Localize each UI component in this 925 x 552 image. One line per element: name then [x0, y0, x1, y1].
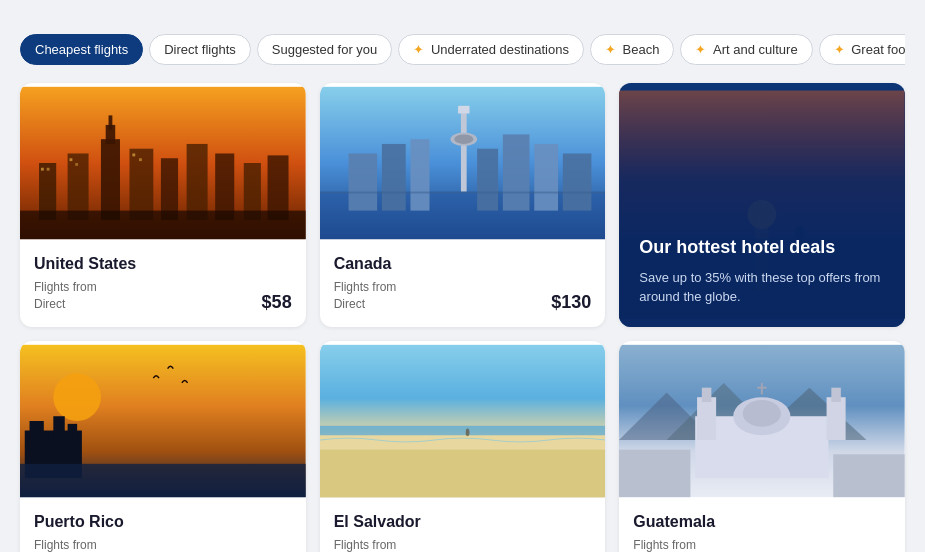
svg-rect-30 — [534, 144, 558, 211]
svg-rect-12 — [20, 211, 306, 240]
svg-rect-67 — [757, 386, 767, 388]
svg-rect-47 — [53, 416, 64, 440]
tab-underrated[interactable]: ✦ Underrated destinations — [398, 34, 584, 65]
svg-rect-21 — [461, 106, 467, 192]
svg-rect-26 — [382, 144, 406, 211]
svg-rect-46 — [30, 421, 44, 440]
hotel-subtitle: Save up to 35% with these top offers fro… — [639, 268, 885, 307]
tab-greatfood[interactable]: ✦ Great food — [819, 34, 905, 65]
svg-rect-65 — [832, 387, 842, 401]
svg-rect-31 — [562, 153, 591, 210]
svg-point-54 — [465, 428, 469, 436]
destination-grid: United States Flights from Direct $58 — [20, 83, 905, 552]
tab-suggested[interactable]: Suggested for you — [257, 34, 393, 65]
tab-direct[interactable]: Direct flights — [149, 34, 251, 65]
svg-rect-9 — [215, 153, 234, 220]
svg-point-44 — [53, 373, 101, 421]
card-title-elsalvador: El Salvador — [334, 513, 592, 531]
svg-point-61 — [743, 400, 781, 427]
svg-rect-18 — [139, 158, 142, 161]
hotel-title: Our hottest hotel deals — [639, 236, 885, 259]
svg-rect-29 — [502, 134, 529, 210]
svg-rect-22 — [458, 106, 469, 114]
card-price-us: $58 — [262, 292, 292, 313]
card-from-canada: Flights from Direct — [334, 279, 397, 313]
svg-rect-27 — [410, 139, 429, 210]
card-price-canada: $130 — [551, 292, 591, 313]
card-title-canada: Canada — [334, 255, 592, 273]
destination-card-elsalvador[interactable]: El Salvador Flights from Direct $166 — [320, 341, 606, 552]
svg-rect-63 — [702, 387, 712, 401]
card-from-us: Flights from Direct — [34, 279, 97, 313]
svg-rect-49 — [20, 463, 306, 496]
filter-tabs: Cheapest flightsDirect flightsSuggested … — [20, 34, 905, 65]
svg-rect-32 — [320, 192, 606, 194]
destination-card-us[interactable]: United States Flights from Direct $58 — [20, 83, 306, 327]
hotel-deals-card[interactable]: Our hottest hotel deals Save up to 35% w… — [619, 83, 905, 327]
tab-artculture[interactable]: ✦ Art and culture — [680, 34, 812, 65]
svg-rect-62 — [697, 397, 716, 440]
card-from-guatemala: Flights from 1+ stops — [633, 537, 696, 552]
tab-beach[interactable]: ✦ Beach — [590, 34, 675, 65]
card-title-puertorico: Puerto Rico — [34, 513, 292, 531]
svg-rect-28 — [477, 149, 498, 211]
svg-rect-68 — [619, 449, 690, 497]
svg-rect-11 — [268, 155, 289, 220]
card-from-puertorico: Flights from Direct — [34, 537, 97, 552]
svg-rect-5 — [109, 115, 113, 129]
svg-rect-25 — [348, 153, 377, 210]
svg-rect-3 — [101, 139, 120, 220]
card-title-guatemala: Guatemala — [633, 513, 891, 531]
destination-card-canada[interactable]: Canada Flights from Direct $130 — [320, 83, 606, 327]
destination-card-guatemala[interactable]: Guatemala Flights from 1+ stops $179 — [619, 341, 905, 552]
svg-rect-13 — [41, 168, 44, 171]
svg-rect-17 — [132, 153, 135, 156]
destination-card-puertorico[interactable]: Puerto Rico Flights from Direct $165 — [20, 341, 306, 552]
svg-rect-48 — [68, 423, 78, 439]
svg-rect-16 — [75, 163, 78, 166]
tab-cheapest[interactable]: Cheapest flights — [20, 34, 143, 65]
svg-rect-14 — [47, 168, 50, 171]
svg-point-24 — [454, 134, 473, 144]
svg-rect-69 — [834, 454, 905, 497]
card-from-elsalvador: Flights from Direct — [334, 537, 397, 552]
svg-rect-15 — [70, 158, 73, 161]
svg-rect-8 — [187, 144, 208, 220]
card-title-us: United States — [34, 255, 292, 273]
svg-rect-64 — [827, 397, 846, 440]
svg-rect-53 — [320, 449, 606, 497]
